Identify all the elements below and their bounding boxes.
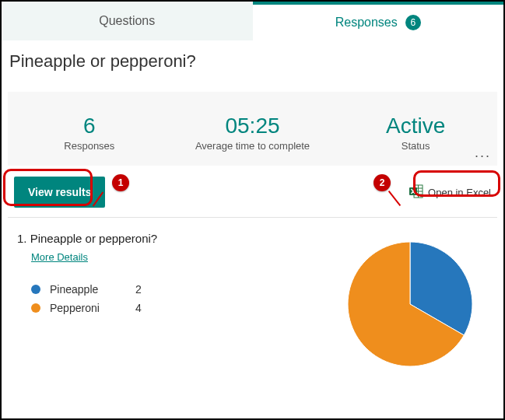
tabs: Questions Responses 6 xyxy=(2,2,503,40)
legend-row: Pineapple2 xyxy=(31,283,317,296)
summary-status: Active Status xyxy=(334,114,497,152)
page-title: Pineapple or pepperoni? xyxy=(2,40,503,78)
open-in-excel-label: Open in Excel xyxy=(428,187,491,198)
tab-responses-label: Responses xyxy=(335,16,398,30)
question-block: 1. Pineapple or pepperoni? More Details … xyxy=(2,218,503,370)
more-details-link[interactable]: More Details xyxy=(31,251,88,263)
legend-swatch xyxy=(31,285,40,294)
legend-swatch xyxy=(31,303,40,313)
summary-avg-time-label: Average time to complete xyxy=(171,140,335,152)
tab-responses[interactable]: Responses 6 xyxy=(253,2,504,40)
summary-card: 6 Responses 05:25 Average time to comple… xyxy=(8,92,497,166)
summary-status-label: Status xyxy=(334,140,497,152)
question-text: Pineapple or pepperoni? xyxy=(30,232,157,245)
summary-responses: 6 Responses xyxy=(8,114,171,152)
tab-questions-label: Questions xyxy=(99,14,155,28)
more-options-button[interactable]: ... xyxy=(475,145,491,161)
tab-questions[interactable]: Questions xyxy=(2,2,253,40)
legend-count: 4 xyxy=(135,302,142,314)
summary-responses-label: Responses xyxy=(8,140,171,152)
question-number: 1. xyxy=(17,232,27,245)
legend-label: Pineapple xyxy=(50,283,135,296)
legend-label: Pepperoni xyxy=(50,302,135,314)
question-title: 1. Pineapple or pepperoni? xyxy=(17,232,317,245)
excel-icon xyxy=(409,184,423,201)
summary-responses-value: 6 xyxy=(8,114,171,138)
responses-badge: 6 xyxy=(405,15,421,30)
legend-row: Pepperoni4 xyxy=(31,302,317,314)
view-results-button[interactable]: View results xyxy=(14,177,105,208)
actions-row: View results Open in Excel xyxy=(8,166,497,218)
legend-count: 2 xyxy=(135,283,142,296)
chart-legend: Pineapple2Pepperoni4 xyxy=(17,283,317,314)
pie-chart xyxy=(332,232,488,370)
summary-avg-time-value: 05:25 xyxy=(171,114,335,138)
summary-avg-time: 05:25 Average time to complete xyxy=(171,114,335,152)
open-in-excel-button[interactable]: Open in Excel xyxy=(409,184,491,201)
summary-status-value: Active xyxy=(334,114,497,138)
